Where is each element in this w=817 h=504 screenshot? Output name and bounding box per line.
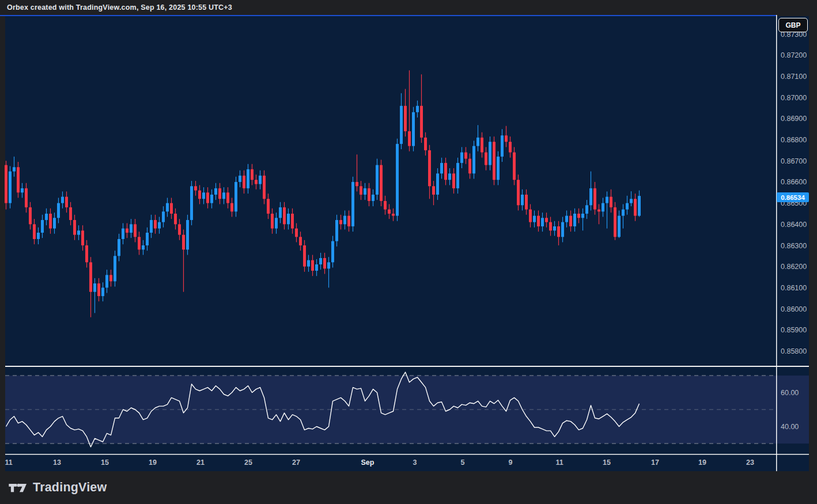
candle-body bbox=[122, 229, 124, 239]
candle-body bbox=[315, 264, 318, 271]
chart-canvas[interactable]: 0.873000.872000.871000.870000.869000.868… bbox=[0, 0, 817, 504]
candle-body bbox=[622, 210, 625, 216]
candle-body bbox=[452, 173, 455, 188]
candle-body bbox=[263, 176, 266, 199]
currency-toggle-button[interactable]: GBP bbox=[778, 18, 808, 32]
candle-body bbox=[234, 182, 237, 211]
top-accent-line bbox=[0, 15, 776, 16]
candle-body bbox=[323, 258, 326, 268]
time-axis-label: 27 bbox=[292, 458, 300, 467]
time-axis-label: Sep bbox=[361, 458, 375, 467]
candle-body bbox=[57, 203, 60, 218]
candle-body bbox=[101, 287, 104, 296]
candle-body bbox=[170, 203, 173, 214]
candle-body bbox=[114, 256, 116, 281]
candle-body bbox=[497, 157, 500, 180]
candle-body bbox=[65, 197, 68, 207]
candle-body bbox=[388, 210, 391, 214]
candle-body bbox=[182, 235, 185, 250]
candle-body bbox=[565, 216, 568, 222]
candle-body bbox=[45, 214, 48, 220]
candle-body bbox=[295, 229, 298, 237]
candle-body bbox=[468, 159, 471, 174]
candle-body bbox=[118, 239, 120, 256]
candle-body bbox=[400, 106, 403, 144]
candle-body bbox=[408, 131, 411, 146]
candle-body bbox=[557, 226, 560, 237]
candle-body bbox=[142, 245, 145, 249]
candle-body bbox=[93, 283, 96, 292]
candle-body bbox=[509, 142, 512, 152]
last-price-label: 0.86534 bbox=[777, 192, 809, 202]
candle-body bbox=[501, 135, 504, 157]
candle-body bbox=[279, 207, 282, 218]
candle-body bbox=[69, 207, 72, 220]
candle-body bbox=[364, 188, 366, 195]
price-axis-label: 0.85800 bbox=[781, 347, 807, 355]
candle-body bbox=[428, 150, 431, 186]
candle-body bbox=[614, 207, 616, 237]
candle-body bbox=[416, 106, 419, 112]
candle-body bbox=[521, 195, 524, 205]
candle-body bbox=[585, 205, 588, 214]
candle-body bbox=[13, 167, 16, 171]
candle-body bbox=[561, 222, 564, 237]
candle-body bbox=[291, 214, 294, 229]
candle-body bbox=[368, 188, 370, 201]
time-axis-label: 3 bbox=[413, 458, 417, 467]
candle-body bbox=[138, 237, 141, 249]
candle-body bbox=[355, 182, 358, 186]
time-axis-label: 19 bbox=[698, 458, 706, 467]
candle-body bbox=[283, 207, 286, 224]
price-axis-label: 0.86200 bbox=[781, 263, 807, 271]
candle-body bbox=[21, 188, 24, 192]
price-axis-label: 0.86000 bbox=[781, 305, 807, 313]
candle-body bbox=[190, 186, 193, 220]
candle-body bbox=[384, 201, 387, 210]
candle-body bbox=[553, 226, 556, 230]
candle-body bbox=[577, 214, 580, 218]
candle-body bbox=[53, 218, 56, 228]
candle-body bbox=[243, 176, 245, 188]
time-axis-label: 9 bbox=[509, 458, 513, 467]
candle-body bbox=[89, 262, 92, 291]
candle-body bbox=[311, 260, 314, 271]
tradingview-chart-page: Orbex created with TradingView.com, Sep … bbox=[0, 0, 817, 504]
candle-body bbox=[73, 220, 76, 235]
time-axis-label: 13 bbox=[53, 458, 61, 467]
time-axis-label: 5 bbox=[461, 458, 465, 467]
candle-body bbox=[404, 106, 407, 131]
candle-body bbox=[162, 211, 165, 222]
candle-body bbox=[255, 180, 258, 184]
candle-body bbox=[271, 214, 274, 229]
price-axis-label: 0.87200 bbox=[781, 51, 807, 59]
candle-body bbox=[481, 138, 483, 153]
candle-body bbox=[247, 169, 249, 188]
candle-body bbox=[77, 230, 80, 234]
candle-body bbox=[424, 138, 427, 150]
tradingview-logo-icon[interactable] bbox=[8, 480, 28, 495]
candle-body bbox=[525, 195, 528, 210]
candle-body bbox=[33, 224, 36, 239]
candle-body bbox=[476, 138, 479, 146]
price-axis-label: 0.86600 bbox=[781, 178, 807, 186]
candle-body bbox=[49, 214, 52, 229]
tradingview-logo-text[interactable]: TradingView bbox=[33, 480, 107, 495]
candle-body bbox=[517, 180, 520, 205]
candle-body bbox=[541, 218, 544, 226]
candle-body bbox=[230, 203, 233, 212]
time-axis-label: 19 bbox=[149, 458, 157, 467]
time-axis-label: 25 bbox=[244, 458, 252, 467]
candle-body bbox=[206, 192, 209, 203]
time-axis-label: 17 bbox=[651, 458, 659, 467]
price-axis-label: 0.87000 bbox=[781, 94, 807, 102]
candle-body bbox=[573, 214, 576, 226]
candle-body bbox=[319, 258, 322, 264]
candle-body bbox=[239, 176, 241, 182]
candle-body bbox=[432, 186, 435, 195]
candle-body bbox=[275, 218, 278, 228]
time-axis-label: 15 bbox=[101, 458, 109, 467]
pane-separator[interactable] bbox=[5, 366, 809, 367]
price-axis-separator bbox=[776, 15, 777, 471]
candle-body bbox=[81, 230, 84, 245]
